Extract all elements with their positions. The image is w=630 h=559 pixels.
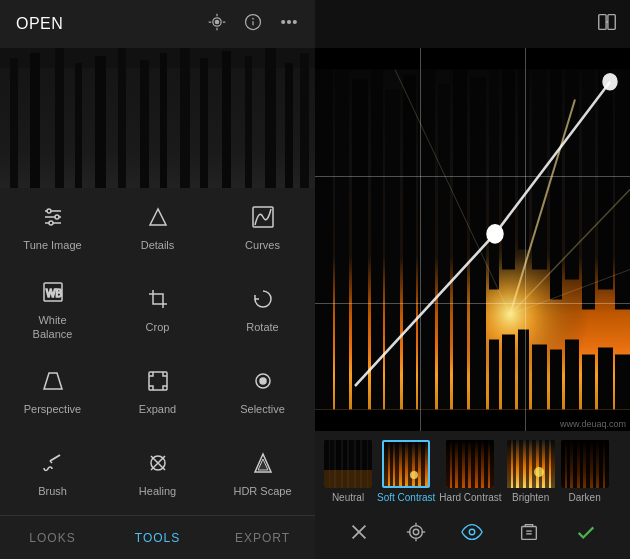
preview-bg <box>0 48 315 188</box>
filter-thumb-neutral <box>324 440 372 488</box>
svg-rect-124 <box>573 440 577 488</box>
svg-text:WB: WB <box>46 288 62 299</box>
svg-rect-97 <box>408 442 412 488</box>
compare-icon[interactable] <box>596 11 618 38</box>
image-edit-area: www.deuaq.com <box>315 48 630 431</box>
confirm-button[interactable] <box>575 521 597 549</box>
details-label: Details <box>141 239 175 252</box>
svg-rect-128 <box>599 440 603 488</box>
filter-hard-contrast[interactable]: Hard Contrast <box>439 440 501 503</box>
svg-rect-103 <box>446 440 450 488</box>
svg-rect-98 <box>415 442 418 488</box>
svg-rect-17 <box>160 53 167 188</box>
svg-rect-106 <box>465 440 468 488</box>
svg-rect-22 <box>265 48 276 188</box>
filter-darken-label: Darken <box>568 492 600 503</box>
tab-tools[interactable]: TOOLS <box>105 516 210 559</box>
target-button[interactable] <box>405 521 427 549</box>
expand-icon <box>146 369 170 397</box>
svg-rect-119 <box>551 440 555 488</box>
tab-looks[interactable]: LOOKS <box>0 516 105 559</box>
svg-rect-105 <box>458 440 462 488</box>
tool-perspective[interactable]: Perspective <box>0 352 105 434</box>
filter-brighten-label: Brighten <box>512 492 549 503</box>
tool-expand[interactable]: Expand <box>105 352 210 434</box>
top-bar-icons <box>207 12 299 37</box>
white-balance-label: WhiteBalance <box>33 314 73 340</box>
tool-selective[interactable]: Selective <box>210 352 315 434</box>
more-icon[interactable] <box>279 12 299 37</box>
svg-rect-126 <box>586 440 590 488</box>
crop-label: Crop <box>146 321 170 334</box>
tool-white-balance[interactable]: WB WhiteBalance <box>0 270 105 352</box>
expand-label: Expand <box>139 403 176 416</box>
curves-label: Curves <box>245 239 280 252</box>
tool-details[interactable]: Details <box>105 188 210 270</box>
svg-rect-21 <box>245 56 252 188</box>
tool-curves[interactable]: Curves <box>210 188 315 270</box>
svg-rect-12 <box>55 48 64 188</box>
svg-rect-19 <box>200 58 208 188</box>
svg-point-38 <box>260 378 266 384</box>
tune-image-label: Tune Image <box>23 239 81 252</box>
cancel-button[interactable] <box>348 521 370 549</box>
svg-point-5 <box>282 20 285 23</box>
tool-tune-image[interactable]: Tune Image <box>0 188 105 270</box>
svg-rect-94 <box>390 442 393 488</box>
filter-soft-contrast-label: Soft Contrast <box>377 492 435 503</box>
stack-button[interactable] <box>518 521 540 549</box>
svg-rect-118 <box>545 440 549 488</box>
svg-rect-93 <box>384 442 388 488</box>
svg-rect-104 <box>452 440 455 488</box>
svg-point-1 <box>215 20 218 23</box>
filter-thumb-brighten <box>507 440 555 488</box>
healing-icon <box>146 451 170 479</box>
brush-icon <box>41 451 65 479</box>
svg-rect-18 <box>180 48 190 188</box>
svg-rect-109 <box>484 440 488 488</box>
filter-neutral-label: Neutral <box>332 492 364 503</box>
details-icon <box>146 205 170 233</box>
svg-rect-13 <box>75 63 82 188</box>
svg-rect-115 <box>526 440 529 488</box>
eye-button[interactable] <box>461 521 483 549</box>
info-icon[interactable] <box>243 12 263 37</box>
svg-point-6 <box>288 20 291 23</box>
filter-neutral[interactable]: Neutral <box>323 440 373 503</box>
svg-rect-108 <box>478 440 481 488</box>
svg-point-29 <box>55 215 59 219</box>
filter-darken[interactable]: Darken <box>560 440 610 503</box>
tool-crop[interactable]: Crop <box>105 270 210 352</box>
svg-rect-20 <box>222 51 231 188</box>
svg-rect-95 <box>395 442 399 488</box>
layers-icon[interactable] <box>207 12 227 37</box>
filter-hard-contrast-label: Hard Contrast <box>439 492 501 503</box>
svg-point-7 <box>294 20 297 23</box>
tool-rotate[interactable]: Rotate <box>210 270 315 352</box>
svg-rect-15 <box>118 48 126 188</box>
tool-brush[interactable]: Brush <box>0 433 105 515</box>
filter-thumb-soft-contrast <box>382 440 430 488</box>
svg-rect-16 <box>140 60 149 188</box>
hdr-icon <box>251 451 275 479</box>
svg-rect-114 <box>519 440 523 488</box>
watermark: www.deuaq.com <box>560 419 626 429</box>
svg-point-80 <box>487 225 503 243</box>
right-top-bar <box>315 0 630 48</box>
rotate-icon <box>251 287 275 315</box>
filter-soft-contrast[interactable]: Soft Contrast <box>377 440 435 503</box>
svg-rect-10 <box>10 58 18 188</box>
svg-rect-125 <box>580 440 583 488</box>
tool-hdr-scape[interactable]: HDR Scape <box>210 433 315 515</box>
svg-rect-44 <box>608 14 615 29</box>
top-bar: OPEN <box>0 0 315 48</box>
svg-point-133 <box>413 529 419 535</box>
tool-healing[interactable]: Healing <box>105 433 210 515</box>
bottom-actions <box>315 511 630 559</box>
hdr-scape-label: HDR Scape <box>233 485 291 498</box>
svg-rect-99 <box>421 442 425 488</box>
svg-rect-91 <box>324 470 372 488</box>
tab-export[interactable]: EXPORT <box>210 516 315 559</box>
healing-label: Healing <box>139 485 176 498</box>
filter-brighten[interactable]: Brighten <box>506 440 556 503</box>
